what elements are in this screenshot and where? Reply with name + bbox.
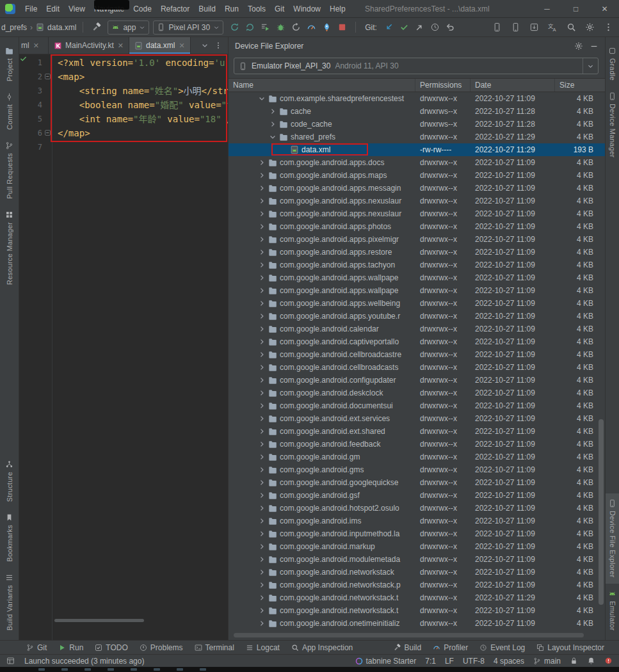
chevron-right-icon[interactable] bbox=[258, 223, 266, 230]
table-row[interactable]: cachedrwxrws--x2022-10-27 11:284 KB bbox=[229, 105, 605, 118]
gear-icon[interactable] bbox=[574, 42, 583, 51]
table-row[interactable]: com.google.android.feedbackdrwxrwx--x202… bbox=[229, 438, 605, 451]
tool-stripe-emulator[interactable]: Emulator bbox=[606, 584, 619, 636]
tool-stripe-device-file-explorer[interactable]: Device File Explorer bbox=[606, 493, 619, 583]
code-editor[interactable]: 12−3456−7 <?xml version='1.0' encoding='… bbox=[19, 54, 228, 640]
table-row[interactable]: com.google.android.apps.wallpapedrwxrwx-… bbox=[229, 271, 605, 284]
fold-marker-icon[interactable]: − bbox=[45, 74, 51, 79]
table-row[interactable]: com.google.android.markupdrwxrwx--x2022-… bbox=[229, 540, 605, 553]
attach-debugger-button[interactable] bbox=[289, 20, 303, 35]
avd-manager-button[interactable] bbox=[508, 20, 522, 35]
editor-tab-data-xml[interactable]: data.xml✕ bbox=[129, 37, 191, 54]
chevron-right-icon[interactable] bbox=[258, 581, 266, 589]
build-project-button[interactable] bbox=[90, 20, 104, 35]
table-row[interactable]: data.xml-rw-rw----2022-10-27 11:29193 B bbox=[229, 143, 605, 156]
table-row[interactable]: com.google.android.imsdrwxrwx--x2022-10-… bbox=[229, 515, 605, 527]
breadcrumb-parent[interactable]: d_prefs bbox=[1, 23, 27, 32]
column-header-permissions[interactable]: Permissions bbox=[415, 79, 470, 92]
table-row[interactable]: com.google.android.networkstack.tdrwxrwx… bbox=[229, 604, 605, 617]
chevron-right-icon[interactable] bbox=[258, 440, 266, 448]
toolwindow-button-profiler[interactable]: Profiler bbox=[427, 641, 474, 655]
chevron-right-icon[interactable] bbox=[258, 543, 266, 550]
table-row[interactable]: com.google.android.apps.pixelmigrdrwxrwx… bbox=[229, 233, 605, 246]
tool-stripe-pull-requests[interactable]: Pull Requests bbox=[0, 136, 19, 205]
chevron-right-icon[interactable] bbox=[258, 338, 266, 346]
table-row[interactable]: com.google.android.deskclockdrwxrwx--x20… bbox=[229, 387, 605, 399]
menu-refactor[interactable]: Refactor bbox=[156, 0, 194, 18]
toolwindow-button-todo[interactable]: TODO bbox=[89, 641, 133, 655]
table-row[interactable]: com.google.android.apps.wallpapedrwxrwx-… bbox=[229, 284, 605, 297]
table-row[interactable]: com.google.android.networkstack.tdrwxrwx… bbox=[229, 591, 605, 604]
table-row[interactable]: com.google.android.apps.youtube.rdrwxrwx… bbox=[229, 310, 605, 323]
tool-stripe-bookmarks[interactable]: Bookmarks bbox=[0, 508, 19, 568]
table-row[interactable]: com.google.android.hotspot2.osulodrwxrwx… bbox=[229, 502, 605, 515]
sdk-manager-button[interactable] bbox=[527, 20, 541, 35]
tab-close-icon[interactable]: ✕ bbox=[179, 42, 184, 50]
table-row[interactable]: com.google.android.ext.servicesdrwxrwx--… bbox=[229, 412, 605, 425]
chevron-right-icon[interactable] bbox=[258, 594, 266, 602]
translate-button[interactable]: 文A bbox=[545, 20, 559, 35]
chevron-right-icon[interactable] bbox=[258, 159, 266, 166]
chevron-right-icon[interactable] bbox=[258, 184, 266, 192]
editor-horizontal-scrollbar[interactable] bbox=[54, 619, 214, 622]
chevron-right-icon[interactable] bbox=[258, 172, 266, 179]
table-row[interactable]: com.google.android.networkstack.pdrwxrwx… bbox=[229, 579, 605, 591]
status-item-lf[interactable]: LF bbox=[445, 657, 454, 666]
menu-run[interactable]: Run bbox=[220, 0, 243, 18]
toolwindow-button-logcat[interactable]: Logcat bbox=[240, 641, 285, 655]
table-row[interactable]: com.google.android.apps.photosdrwxrwx--x… bbox=[229, 220, 605, 233]
editor-tab-ml[interactable]: ml✕ bbox=[19, 37, 49, 54]
table-row[interactable]: com.google.android.apps.nexuslaurdrwxrwx… bbox=[229, 195, 605, 207]
table-row[interactable]: com.google.android.configupdaterdrwxrwx-… bbox=[229, 374, 605, 387]
chevron-right-icon[interactable] bbox=[258, 607, 266, 614]
chevron-down-icon[interactable] bbox=[269, 133, 277, 141]
table-row[interactable]: com.google.android.modulemetadadrwxrwx--… bbox=[229, 553, 605, 566]
close-button[interactable]: ✕ bbox=[590, 0, 619, 18]
chevron-right-icon[interactable] bbox=[258, 351, 266, 358]
toolwindow-button-git[interactable]: Git bbox=[20, 641, 52, 655]
stop-button[interactable] bbox=[335, 20, 349, 35]
chevron-right-icon[interactable] bbox=[258, 261, 266, 269]
chevron-right-icon[interactable] bbox=[258, 556, 266, 563]
column-header-date[interactable]: Date bbox=[470, 79, 555, 92]
tool-stripe-device-manager[interactable]: Device Manager bbox=[606, 86, 619, 163]
chevron-right-icon[interactable] bbox=[258, 364, 266, 371]
table-row[interactable]: com.google.android.inputmethod.ladrwxrwx… bbox=[229, 527, 605, 540]
menu-help[interactable]: Help bbox=[325, 0, 350, 18]
table-row[interactable]: com.google.android.cellbroadcastsdrwxrwx… bbox=[229, 361, 605, 374]
table-row[interactable]: com.google.android.captiveportallodrwxrw… bbox=[229, 335, 605, 348]
chevron-right-icon[interactable] bbox=[258, 415, 266, 422]
profile-app-button[interactable] bbox=[319, 20, 334, 35]
table-row[interactable]: com.google.android.gmdrwxrwx--x2022-10-2… bbox=[229, 451, 605, 463]
table-row[interactable]: com.example.sharedpreferencestestdrwxrwx… bbox=[229, 92, 605, 105]
chevron-right-icon[interactable] bbox=[258, 325, 266, 333]
chevron-right-icon[interactable] bbox=[258, 568, 266, 576]
menu-git[interactable]: Git bbox=[270, 0, 289, 18]
table-row[interactable]: com.google.android.apps.tachyondrwxrwx--… bbox=[229, 259, 605, 271]
tool-stripe-commit[interactable]: Commit bbox=[0, 87, 19, 136]
table-row[interactable]: com.google.android.apps.docsdrwxrwx--x20… bbox=[229, 156, 605, 169]
bell-icon[interactable] bbox=[587, 657, 595, 665]
chevron-right-icon[interactable] bbox=[258, 210, 266, 218]
table-row[interactable]: com.google.android.documentsuidrwxrwx--x… bbox=[229, 399, 605, 412]
table-row[interactable]: com.google.android.apps.wellbeingdrwxrwx… bbox=[229, 297, 605, 310]
status-item-tabnine-starter[interactable]: tabnine Starter bbox=[355, 657, 417, 666]
breadcrumb-file[interactable]: data.xml bbox=[47, 23, 76, 32]
menu-view[interactable]: View bbox=[64, 0, 90, 18]
toolwindow-button-event-log[interactable]: Event Log bbox=[474, 641, 531, 655]
chevron-right-icon[interactable] bbox=[258, 197, 266, 205]
table-row[interactable]: com.google.android.gsfdrwxrwx--x2022-10-… bbox=[229, 489, 605, 502]
status-item-7-1[interactable]: 7:1 bbox=[425, 657, 436, 666]
tool-stripe-structure[interactable]: Structure bbox=[0, 454, 19, 508]
sync-button[interactable] bbox=[227, 20, 241, 35]
maximize-button[interactable]: □ bbox=[561, 0, 590, 18]
device-selector[interactable]: Emulator Pixel_API_30 Android 11, API 30 bbox=[234, 58, 599, 74]
table-row[interactable]: com.google.android.apps.nexuslaurdrwxrwx… bbox=[229, 207, 605, 220]
table-row[interactable]: com.google.android.apps.restoredrwxrwx--… bbox=[229, 246, 605, 259]
menu-file[interactable]: File bbox=[20, 0, 42, 18]
chevron-down-icon[interactable] bbox=[201, 42, 209, 49]
toolwindow-button-problems[interactable]: Problems bbox=[134, 641, 189, 655]
table-row[interactable]: com.google.android.cellbroadcastredrwxrw… bbox=[229, 348, 605, 361]
minimize-icon[interactable] bbox=[590, 42, 599, 51]
chevron-right-icon[interactable] bbox=[258, 428, 266, 435]
